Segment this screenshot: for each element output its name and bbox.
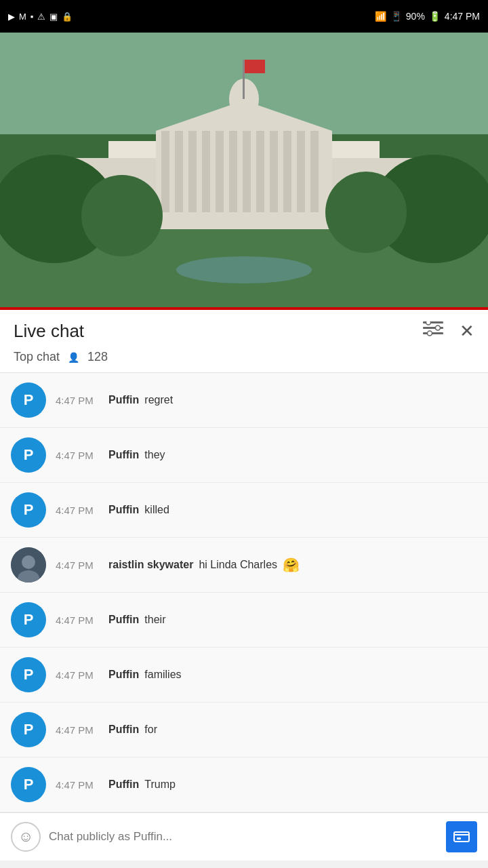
chat-message: P 4:47 PM Puffin for bbox=[0, 703, 488, 757]
wifi-icon: 📶 bbox=[375, 11, 386, 22]
message-content: 4:47 PM Puffin their bbox=[56, 614, 477, 626]
svg-point-26 bbox=[325, 172, 407, 253]
video-thumbnail bbox=[0, 33, 488, 307]
svg-rect-9 bbox=[216, 131, 224, 212]
message-time: 4:47 PM bbox=[56, 724, 103, 736]
message-time: 4:47 PM bbox=[56, 505, 103, 516]
message-text: hi Linda Charles bbox=[199, 559, 277, 571]
message-text: killed bbox=[144, 504, 169, 516]
avatar: P bbox=[11, 492, 46, 528]
message-time: 4:47 PM bbox=[56, 669, 103, 681]
chat-messages-list: P 4:47 PM Puffin regret P 4:47 PM Puffin… bbox=[0, 372, 488, 812]
svg-rect-22 bbox=[245, 60, 265, 73]
svg-rect-37 bbox=[454, 832, 469, 842]
chat-message: P 4:47 PM Puffin their bbox=[0, 593, 488, 648]
top-chat-row: Top chat 👤 128 bbox=[0, 347, 488, 372]
image-icon: ▣ bbox=[49, 12, 58, 22]
message-text: their bbox=[144, 614, 165, 626]
close-button[interactable]: ✕ bbox=[460, 321, 474, 342]
viewers-icon: 👤 bbox=[68, 352, 79, 363]
chat-input-bar: ☺ bbox=[0, 812, 488, 861]
svg-point-27 bbox=[176, 256, 312, 283]
svg-rect-6 bbox=[175, 131, 183, 212]
lock-icon: 🔒 bbox=[62, 12, 73, 22]
message-time: 4:47 PM bbox=[56, 614, 103, 626]
avatar: P bbox=[11, 767, 46, 802]
message-content: 4:47 PM Puffin killed bbox=[56, 504, 477, 516]
video-player[interactable] bbox=[0, 33, 488, 307]
message-content: 4:47 PM Puffin Trump bbox=[56, 778, 477, 791]
message-user: Puffin bbox=[108, 724, 139, 736]
message-time: 4:47 PM bbox=[56, 559, 103, 571]
svg-point-35 bbox=[22, 555, 35, 569]
live-chat-header: Live chat ✕ bbox=[0, 310, 488, 347]
live-chat-title: Live chat bbox=[14, 321, 84, 342]
message-user: Puffin bbox=[108, 504, 139, 516]
chat-input-field[interactable] bbox=[49, 830, 438, 844]
message-time: 4:47 PM bbox=[56, 450, 103, 461]
avatar: P bbox=[11, 712, 46, 747]
svg-rect-30 bbox=[423, 332, 443, 334]
signal-icon: 📱 bbox=[390, 11, 402, 22]
message-content: 4:47 PM Puffin regret bbox=[56, 394, 477, 406]
avatar: P bbox=[11, 657, 46, 692]
avatar: P bbox=[11, 382, 46, 418]
avatar: P bbox=[11, 602, 46, 637]
play-icon: ▶ bbox=[8, 12, 15, 22]
video-progress-bar[interactable] bbox=[0, 307, 488, 310]
top-chat-label: Top chat bbox=[14, 350, 60, 364]
message-content: 4:47 PM raistlin skywater hi Linda Charl… bbox=[56, 557, 477, 573]
avatar-custom bbox=[11, 547, 46, 583]
message-user: Puffin bbox=[108, 614, 139, 626]
svg-rect-8 bbox=[202, 131, 210, 212]
message-user: Puffin bbox=[108, 449, 139, 461]
message-time: 4:47 PM bbox=[56, 395, 103, 406]
svg-rect-39 bbox=[457, 837, 461, 840]
svg-rect-10 bbox=[229, 131, 237, 212]
filter-icon[interactable] bbox=[423, 321, 443, 342]
svg-rect-13 bbox=[270, 131, 278, 212]
svg-rect-11 bbox=[243, 131, 251, 212]
warning-icon: ⚠ bbox=[37, 12, 45, 22]
chat-message: P 4:47 PM Puffin they bbox=[0, 428, 488, 483]
chat-message: P 4:47 PM Puffin killed bbox=[0, 483, 488, 538]
message-text: they bbox=[144, 449, 165, 461]
svg-point-31 bbox=[426, 321, 431, 325]
clock: 4:47 PM bbox=[445, 11, 480, 22]
battery-level: 90% bbox=[406, 11, 425, 22]
message-text: for bbox=[144, 724, 157, 736]
chat-message: 4:47 PM raistlin skywater hi Linda Charl… bbox=[0, 538, 488, 593]
message-user: Puffin bbox=[108, 669, 139, 681]
superchat-button[interactable] bbox=[446, 821, 477, 852]
viewer-count: 128 bbox=[87, 350, 108, 364]
status-bar: ▶ M ▪ ⚠ ▣ 🔒 📶 📱 90% 🔋 4:47 PM bbox=[0, 0, 488, 33]
header-icons: ✕ bbox=[423, 321, 474, 342]
svg-point-32 bbox=[436, 326, 441, 330]
message-text: regret bbox=[144, 394, 173, 406]
svg-rect-12 bbox=[256, 131, 264, 212]
live-chat-section: Live chat ✕ Top chat 👤 128 P bbox=[0, 310, 488, 861]
message-content: 4:47 PM Puffin for bbox=[56, 724, 477, 736]
message-content: 4:47 PM Puffin they bbox=[56, 449, 477, 461]
svg-rect-14 bbox=[283, 131, 291, 212]
message-user: raistlin skywater bbox=[108, 559, 193, 571]
battery-icon: 🔋 bbox=[429, 11, 441, 22]
svg-point-33 bbox=[428, 331, 432, 336]
chat-message: P 4:47 PM Puffin Trump bbox=[0, 757, 488, 812]
chat-message: P 4:47 PM Puffin regret bbox=[0, 373, 488, 428]
message-user: Puffin bbox=[108, 778, 139, 791]
status-left-icons: ▶ M ▪ ⚠ ▣ 🔒 bbox=[8, 12, 73, 22]
m-icon: M bbox=[19, 12, 26, 22]
svg-rect-7 bbox=[188, 131, 197, 212]
chat-message: P 4:47 PM Puffin families bbox=[0, 648, 488, 703]
message-time: 4:47 PM bbox=[56, 779, 103, 791]
message-emoji: 🤗 bbox=[283, 557, 300, 573]
message-text: families bbox=[144, 669, 181, 681]
emoji-button[interactable]: ☺ bbox=[11, 822, 41, 852]
svg-point-25 bbox=[81, 175, 163, 256]
message-user: Puffin bbox=[108, 394, 139, 406]
message-text: Trump bbox=[144, 778, 176, 791]
svg-rect-21 bbox=[243, 60, 245, 99]
avatar: P bbox=[11, 437, 46, 473]
svg-rect-16 bbox=[310, 131, 319, 212]
